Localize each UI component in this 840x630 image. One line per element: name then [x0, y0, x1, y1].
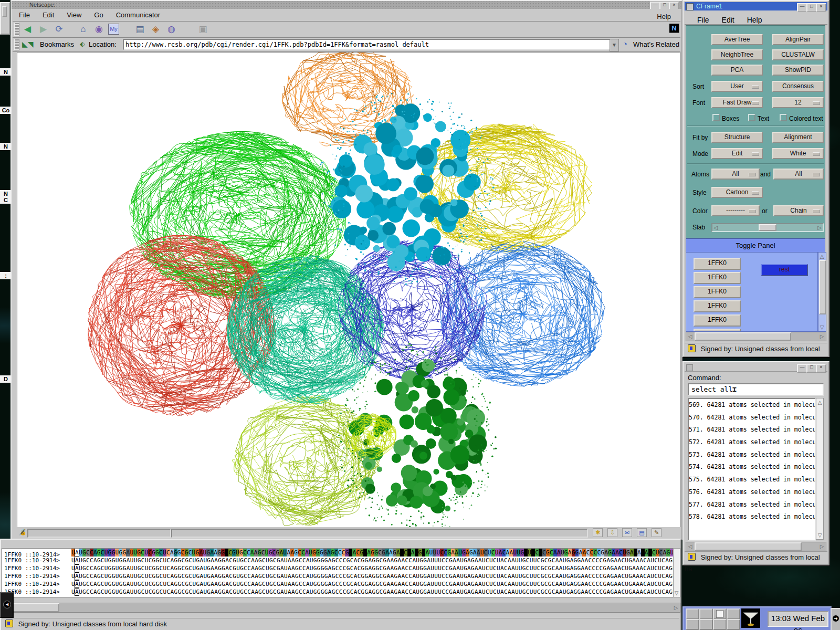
residue-cell[interactable]: C — [101, 549, 104, 556]
residue-cell[interactable]: C — [148, 549, 152, 556]
residue-cell[interactable]: A — [634, 549, 637, 556]
residue-cell[interactable]: G — [626, 549, 630, 556]
boxes-checkbox[interactable]: Boxes — [712, 113, 739, 122]
residue-cell[interactable]: U — [429, 549, 433, 556]
cframe1-titlebar[interactable]: CFrame1 — □ × — [685, 2, 827, 10]
chain-button-1ffk0[interactable]: 1FFK0 — [694, 258, 741, 270]
sequence-cursor[interactable]: A — [75, 581, 79, 587]
residue-cell[interactable]: G — [152, 549, 155, 556]
residue-cell[interactable]: U — [623, 549, 626, 556]
residue-cell[interactable]: U — [71, 549, 75, 556]
component-icon-0[interactable]: ✱ — [593, 528, 603, 537]
alignpair-button[interactable]: AlignPair — [772, 34, 824, 45]
residue-cell[interactable]: U — [130, 549, 133, 556]
pager-button[interactable] — [727, 608, 740, 620]
residue-cell[interactable]: G — [119, 549, 122, 556]
residue-cell[interactable]: A — [199, 549, 203, 556]
maximize-button[interactable]: □ — [806, 3, 817, 12]
residue-cell[interactable]: G — [122, 549, 126, 556]
pager-button[interactable] — [686, 619, 699, 630]
forward-icon[interactable]: ▶ — [37, 23, 50, 36]
residue-cell[interactable]: C — [491, 549, 495, 556]
residue-cell[interactable]: C — [141, 549, 144, 556]
window-menu-icon[interactable] — [686, 3, 694, 10]
component-icon-2[interactable]: ✉ — [622, 528, 632, 537]
residue-cell[interactable]: A — [466, 549, 469, 556]
residue-cell[interactable]: G — [462, 549, 466, 556]
desktop-icon-label[interactable]: N — [0, 143, 12, 150]
atoms2-dropdown[interactable]: All — [773, 169, 824, 180]
residue-cell[interactable]: U — [144, 549, 148, 556]
scroll-left-icon[interactable]: ◁ — [686, 542, 694, 550]
netscape-throbber-icon[interactable]: N — [669, 23, 679, 33]
residue-cell[interactable]: G — [546, 549, 550, 556]
menu-help[interactable]: Help — [741, 14, 769, 24]
residue-cell[interactable]: C — [586, 549, 590, 556]
residue-cell[interactable]: C — [502, 549, 506, 556]
residue-cell[interactable]: U — [648, 549, 652, 556]
pager-button[interactable] — [713, 619, 727, 630]
menu-communicator[interactable]: Communicator — [110, 9, 167, 19]
desktop-icon-label[interactable]: D — [0, 375, 12, 383]
command-input[interactable]: select all⌶ — [688, 383, 824, 396]
scroll-up-icon[interactable]: △ — [818, 253, 826, 260]
slider-right-icon[interactable]: ▷ — [816, 224, 823, 232]
residue-cell[interactable]: G — [520, 549, 524, 556]
alignment-rows[interactable]: 1FFK0 ::10-2914>UAUGCCAGCUGGUGGAUUGCUCGG… — [2, 548, 674, 597]
residue-cell[interactable]: C — [619, 549, 623, 556]
residue-cell[interactable]: C — [298, 549, 301, 556]
alignment-hscrollbar[interactable]: ◁ ▷ — [2, 603, 680, 613]
residue-cell[interactable]: G — [393, 549, 396, 556]
residue-cell[interactable]: G — [382, 549, 385, 556]
residue-cell[interactable]: G — [137, 549, 141, 556]
residue-cell[interactable]: G — [258, 549, 261, 556]
residue-cell[interactable]: A — [367, 549, 371, 556]
residue-cell[interactable]: U — [265, 549, 269, 556]
menu-edit[interactable]: Edit — [36, 9, 60, 19]
minimize-button[interactable]: — — [797, 364, 807, 373]
taskbar-clock[interactable]: 13:03 Wed Feb 06 — [768, 611, 828, 627]
residue-cell[interactable]: C — [334, 549, 338, 556]
fit-alignment-button[interactable]: Alignment — [772, 132, 824, 143]
component-icon-3[interactable]: ▤ — [637, 528, 647, 537]
menu-edit[interactable]: Edit — [716, 14, 741, 24]
clustalw-button[interactable]: CLUSTALW — [772, 49, 824, 60]
sequence-cursor[interactable]: A — [75, 573, 79, 580]
residue-cell[interactable]: C — [301, 549, 305, 556]
pager-button[interactable] — [686, 608, 699, 620]
whats-related-button[interactable]: What’s Related — [633, 40, 679, 48]
location-grippy[interactable] — [14, 39, 19, 50]
residue-cell[interactable]: G — [268, 549, 272, 556]
security-status-icon[interactable]: 🔏 — [19, 529, 26, 536]
residue-cell[interactable]: G — [316, 549, 320, 556]
residue-cell[interactable]: A — [214, 549, 217, 556]
slider-left-icon[interactable]: ◁ — [712, 224, 719, 232]
residue-cell[interactable]: G — [276, 549, 279, 556]
consensus-button[interactable]: Consensus — [772, 81, 824, 92]
component-icon-1[interactable]: ⇩ — [607, 528, 617, 537]
residue-cell[interactable]: U — [309, 549, 312, 556]
residue-cell[interactable]: A — [254, 549, 258, 556]
residue-cell[interactable]: U — [513, 549, 517, 556]
residue-cell[interactable]: A — [290, 549, 294, 556]
residue-cell[interactable]: U — [283, 549, 287, 556]
residue-cell[interactable]: G — [360, 549, 363, 556]
residue-cell[interactable]: G — [177, 549, 181, 556]
close-button[interactable]: × — [816, 364, 826, 373]
close-button[interactable]: × — [669, 2, 679, 9]
sequence-row[interactable]: 1FFK0 ::10-2914>UAUGCCAGCUGGUGGAUUGCUCGG… — [2, 549, 674, 556]
residue-cell[interactable]: G — [371, 549, 374, 556]
residue-cell[interactable]: G — [575, 549, 579, 556]
residue-cell[interactable]: U — [203, 549, 206, 556]
residue-cell[interactable]: A — [126, 549, 130, 556]
residue-cell[interactable]: A — [509, 549, 513, 556]
security-icon[interactable]: ◈ — [149, 23, 162, 36]
residue-cell[interactable]: A — [582, 549, 586, 556]
font-size-dropdown[interactable]: 12 — [772, 97, 824, 108]
residue-cell[interactable]: G — [82, 549, 86, 556]
back-icon[interactable]: ◀ — [21, 23, 34, 36]
desktop-icon-label[interactable]: N — [0, 68, 12, 76]
scroll-down-icon[interactable]: ▽ — [816, 531, 824, 539]
residue-cell[interactable]: U — [163, 549, 166, 556]
residue-cell[interactable]: A — [352, 549, 356, 556]
